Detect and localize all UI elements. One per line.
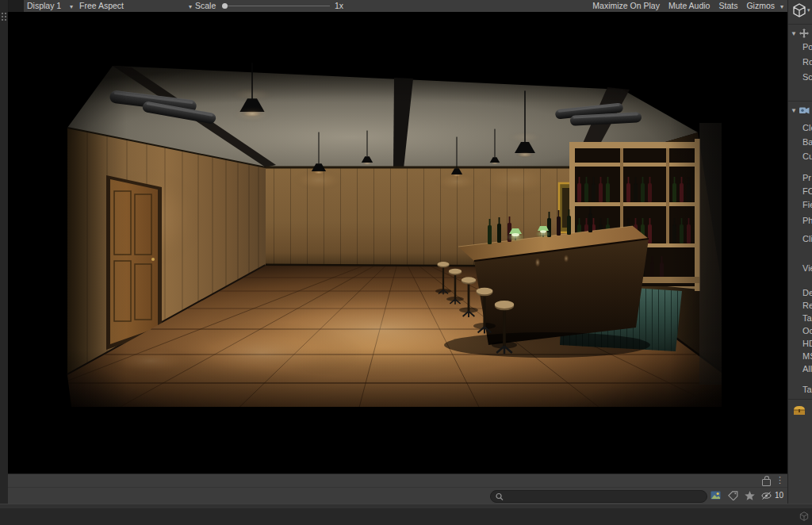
chevron-down-icon: ▾ xyxy=(70,1,73,13)
aspect-ratio-dropdown[interactable]: Free Aspect ▾ xyxy=(79,0,192,12)
stats-button[interactable]: Stats xyxy=(718,0,737,12)
inspector-property-label: Pr xyxy=(802,173,811,182)
inspector-property-label: Ro xyxy=(802,57,812,67)
separator xyxy=(788,101,812,102)
display-dropdown[interactable]: Display 1 ▾ xyxy=(27,0,73,12)
inspector-property-label: Ba xyxy=(802,137,812,147)
camera-component-foldout[interactable]: ▼ xyxy=(791,105,810,115)
inspector-property-label: Fie xyxy=(802,200,812,209)
unity-editor-window: Display 1 ▾ Free Aspect ▾ Scale 1x Maxim… xyxy=(0,0,812,525)
mute-audio-button[interactable]: Mute Audio xyxy=(668,0,710,12)
wine-bar-scene xyxy=(8,12,787,473)
vignette xyxy=(8,12,787,473)
inspector-panel: ▾ ▼ Po Ro Sc ▼ Cle Ba Cu Pr FO Fie Ph Cl… xyxy=(787,0,812,504)
toolbar-right-group: Maximize On Play Mute Audio Stats Gizmos… xyxy=(592,0,783,12)
label-icon[interactable] xyxy=(728,491,738,500)
inspector-property-label: Oc xyxy=(802,326,812,335)
scale-slider[interactable] xyxy=(222,6,330,6)
inspector-property-label: FO xyxy=(802,186,812,196)
camera-icon xyxy=(799,105,810,115)
inspector-property-label: De xyxy=(802,288,812,297)
gameobject-cube-icon xyxy=(792,3,806,17)
inspector-property-label: Cu xyxy=(802,151,812,161)
inspector-property-label: Cle xyxy=(802,123,812,132)
game-view-toolbar: Display 1 ▾ Free Aspect ▾ Scale 1x Maxim… xyxy=(24,0,787,13)
aspect-dropdown-label: Free Aspect xyxy=(79,1,124,10)
cube-icon xyxy=(799,512,809,521)
scale-value: 1x xyxy=(335,0,343,12)
display-dropdown-label: Display 1 xyxy=(27,1,61,10)
chevron-down-icon[interactable]: ▾ xyxy=(807,7,810,13)
chevron-down-icon: ▾ xyxy=(780,1,783,13)
inspector-property-label: Ta xyxy=(802,385,812,394)
transform-component-foldout[interactable]: ▼ xyxy=(791,29,809,38)
separator xyxy=(788,399,812,400)
scale-label: Scale xyxy=(195,0,216,12)
search-toolbar: 10 xyxy=(8,487,787,504)
favorite-icon[interactable] xyxy=(745,491,755,500)
panel-header-bar: ⋮ xyxy=(8,473,787,488)
inspector-property-label: Sc xyxy=(802,72,812,82)
search-input[interactable] xyxy=(505,491,703,502)
inspector-property-label: Ta xyxy=(802,313,812,323)
inspector-property-label: Po xyxy=(802,42,812,52)
gizmos-dropdown-label: Gizmos xyxy=(746,1,775,10)
inspector-property-label: MS xyxy=(802,351,812,361)
inspector-property-label: Re xyxy=(802,301,812,310)
search-icon xyxy=(495,492,504,501)
maximize-on-play-button[interactable]: Maximize On Play xyxy=(592,0,660,12)
kebab-menu-icon[interactable]: ⋮ xyxy=(776,475,784,485)
chest-icon xyxy=(793,405,806,416)
drag-handle-icon[interactable] xyxy=(2,13,3,14)
texture-filter-icon[interactable] xyxy=(710,491,721,500)
toolbar-gap xyxy=(9,0,24,12)
transform-icon xyxy=(799,29,809,38)
game-render-area[interactable] xyxy=(8,12,787,473)
inspector-property-label: HD xyxy=(802,339,812,348)
console-strip xyxy=(0,508,812,525)
lock-icon[interactable] xyxy=(762,479,771,486)
scale-slider-knob[interactable] xyxy=(222,3,228,9)
foldout-arrow-icon[interactable]: ▼ xyxy=(791,30,797,37)
gizmos-dropdown[interactable]: Gizmos ▾ xyxy=(746,0,783,12)
chevron-down-icon: ▾ xyxy=(189,1,192,13)
search-field[interactable] xyxy=(490,490,707,503)
inspector-property-label: All xyxy=(802,364,812,374)
hidden-objects-count: 10 xyxy=(775,491,783,500)
inspector-property-label: Ph xyxy=(802,216,812,225)
inspector-property-label: Cli xyxy=(802,234,812,243)
separator xyxy=(788,24,812,25)
foldout-arrow-icon[interactable]: ▼ xyxy=(791,107,797,114)
inspector-property-label: Vie xyxy=(802,263,812,273)
hidden-objects-icon[interactable] xyxy=(761,492,772,500)
